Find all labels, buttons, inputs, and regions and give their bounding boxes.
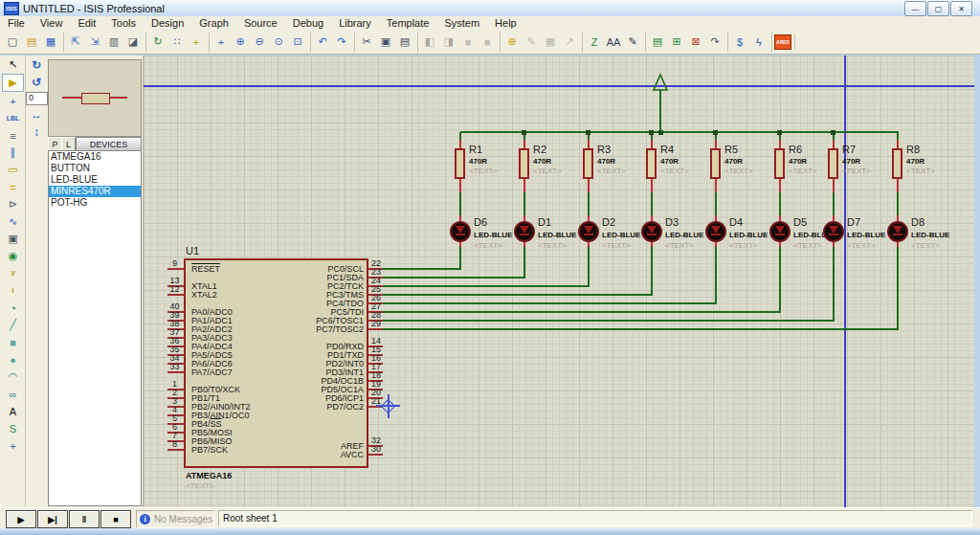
library-button[interactable]: L (61, 137, 76, 151)
device-item[interactable]: ATMEGA16 (49, 151, 141, 163)
led-D3[interactable] (641, 221, 662, 242)
center-at-cursor-icon[interactable]: + (212, 33, 231, 52)
wire[interactable] (383, 302, 717, 304)
wire[interactable] (715, 192, 717, 215)
current-probe-mode-icon[interactable]: I (3, 282, 23, 299)
led-D5[interactable] (769, 221, 791, 242)
menu-graph[interactable]: Graph (191, 16, 236, 30)
resistor-R1[interactable] (455, 148, 465, 179)
graph-mode-icon[interactable]: ∿ (3, 213, 23, 230)
wire[interactable] (383, 268, 461, 270)
cut-icon[interactable]: ✂ (357, 33, 376, 52)
wire[interactable] (897, 247, 899, 329)
mirror-horizontal-icon[interactable]: ↔ (27, 107, 46, 123)
voltage-probe-mode-icon[interactable]: V (3, 265, 23, 281)
new-file-icon[interactable]: ▢ (3, 33, 22, 52)
netlist-to-ares-icon[interactable]: ARES (774, 34, 791, 50)
resistor-R6[interactable] (774, 148, 785, 179)
menu-debug[interactable]: Debug (285, 16, 331, 30)
wire[interactable] (523, 140, 525, 148)
wire[interactable] (588, 192, 590, 215)
menu-tools[interactable]: Tools (103, 16, 144, 30)
zoom-all-icon[interactable]: ⊙ (269, 33, 288, 52)
mark-output-area-icon[interactable]: ◪ (123, 33, 143, 52)
wire[interactable] (897, 140, 899, 148)
wire[interactable] (715, 140, 717, 148)
wire[interactable] (651, 179, 653, 192)
subcircuit-mode-icon[interactable]: ▭ (3, 162, 23, 178)
wire[interactable] (383, 320, 835, 322)
graphics-symbol-mode-icon[interactable]: S (3, 420, 23, 436)
wire[interactable] (459, 192, 461, 215)
save-design-icon[interactable]: ▦ (41, 33, 60, 52)
wire[interactable] (459, 140, 461, 148)
wire[interactable] (651, 192, 653, 215)
toggle-grid-icon[interactable]: ∷ (167, 33, 187, 52)
pause-button[interactable]: ‖ (69, 510, 100, 528)
redo-icon[interactable]: ↷ (332, 33, 351, 52)
resistor-R5[interactable] (710, 148, 721, 179)
wire[interactable] (459, 179, 461, 192)
wire[interactable] (459, 132, 461, 140)
terminals-mode-icon[interactable]: = (3, 179, 23, 195)
false-origin-icon[interactable]: + (187, 33, 206, 52)
wire[interactable] (523, 192, 525, 215)
wire[interactable] (383, 285, 590, 287)
zoom-in-icon[interactable]: ⊕ (231, 33, 250, 52)
power-terminal-icon[interactable] (652, 73, 669, 132)
wire[interactable] (833, 179, 835, 192)
pin-stub[interactable] (167, 449, 184, 451)
graphics-box-mode-icon[interactable]: ■ (3, 334, 23, 350)
search-tag-icon[interactable]: AA (604, 33, 623, 52)
property-assignment-icon[interactable]: ✎ (623, 33, 642, 52)
wire[interactable] (897, 179, 899, 192)
graphics-circle-mode-icon[interactable]: ● (3, 351, 23, 368)
step-button[interactable]: ▶| (37, 510, 68, 528)
wire[interactable] (833, 140, 835, 148)
bill-of-materials-icon[interactable]: $ (730, 33, 749, 52)
wire[interactable] (833, 247, 835, 321)
menu-source[interactable]: Source (236, 16, 285, 30)
graphics-arc-mode-icon[interactable]: ◠ (3, 368, 23, 385)
buses-mode-icon[interactable]: ∥ (3, 145, 23, 161)
wire[interactable] (897, 192, 899, 215)
menu-system[interactable]: System (436, 16, 487, 30)
wire[interactable] (588, 247, 590, 286)
wire[interactable] (383, 311, 781, 313)
junction-dot-mode-icon[interactable]: + (3, 93, 23, 109)
pin-stub[interactable] (368, 454, 383, 456)
wire[interactable] (833, 192, 835, 215)
device-pins-mode-icon[interactable]: ⊳ (3, 196, 23, 212)
menu-edit[interactable]: Edit (70, 16, 103, 30)
pick-devices-button[interactable]: P (48, 137, 62, 151)
wire[interactable] (715, 247, 717, 303)
wire[interactable] (779, 140, 781, 148)
led-D2[interactable] (578, 221, 599, 242)
wire-autorouter-icon[interactable]: Z (585, 33, 604, 52)
paste-icon[interactable]: ▤ (395, 33, 414, 52)
graphics-text-mode-icon[interactable]: A (3, 403, 23, 419)
stop-button[interactable]: ■ (100, 510, 131, 528)
graphics-path-mode-icon[interactable]: ∞ (3, 386, 23, 402)
wire[interactable] (779, 179, 781, 192)
led-D4[interactable] (705, 221, 726, 242)
led-D1[interactable] (514, 221, 535, 242)
resistor-R8[interactable] (892, 148, 902, 179)
close-button[interactable]: ✕ (950, 1, 972, 16)
wire[interactable] (459, 247, 461, 269)
menu-view[interactable]: View (33, 16, 71, 30)
wire[interactable] (651, 247, 653, 295)
device-item[interactable]: LED-BLUE (49, 174, 141, 186)
led-D8[interactable] (887, 221, 908, 242)
resistor-R2[interactable] (519, 148, 529, 179)
pin-stub[interactable] (167, 371, 184, 373)
pin-stub[interactable] (167, 268, 184, 270)
undo-icon[interactable]: ↶ (313, 33, 332, 52)
remove-sheet-icon[interactable]: ⊠ (686, 33, 705, 52)
tape-recorder-mode-icon[interactable]: ▣ (3, 231, 23, 247)
open-design-icon[interactable]: ▤ (22, 33, 41, 52)
resistor-R3[interactable] (583, 148, 593, 179)
resistor-R7[interactable] (828, 148, 838, 179)
device-item[interactable]: MINRES470R (49, 186, 141, 197)
wire[interactable] (715, 179, 717, 192)
